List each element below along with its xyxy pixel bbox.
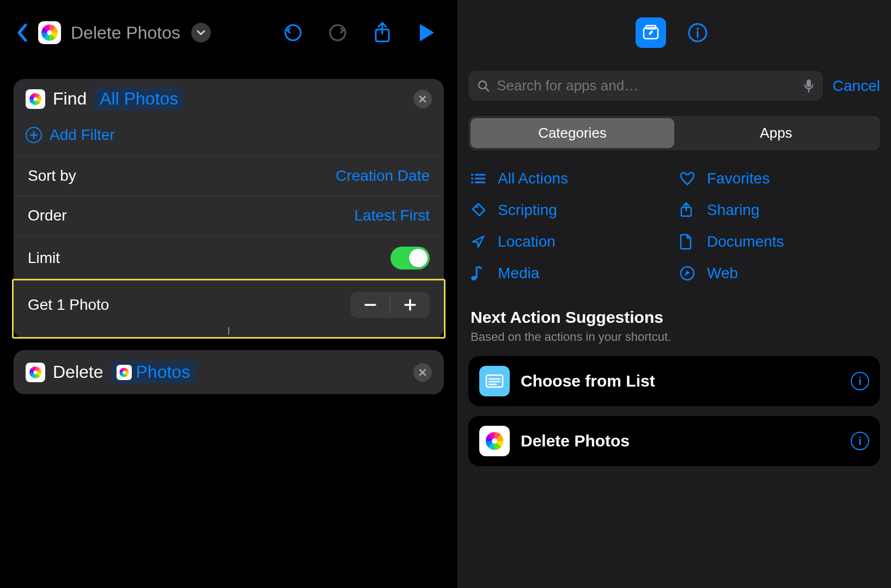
run-button[interactable] (414, 20, 440, 46)
category-all-actions[interactable]: All Actions (471, 170, 669, 187)
delete-target-label: Photos (136, 362, 191, 382)
action-card-find-photos: Find All Photos Add Filter Sort by Creat… (14, 79, 444, 339)
compass-icon (680, 266, 697, 281)
redo-button[interactable] (325, 20, 351, 46)
cancel-button[interactable]: Cancel (833, 77, 880, 95)
sort-by-label: Sort by (28, 167, 76, 185)
info-icon[interactable]: i (851, 372, 869, 390)
svg-point-22 (471, 174, 473, 176)
delete-label: Delete (53, 362, 103, 382)
photos-app-icon (38, 21, 61, 44)
category-favorites[interactable]: Favorites (680, 170, 878, 187)
svg-point-24 (471, 177, 473, 180)
back-button[interactable] (11, 22, 33, 44)
order-row[interactable]: Order Latest First (14, 195, 444, 235)
category-sharing[interactable]: Sharing (680, 201, 878, 219)
insertion-cursor-icon (14, 327, 444, 337)
segment-apps[interactable]: Apps (674, 118, 878, 148)
find-label: Find (53, 89, 87, 109)
tab-info[interactable] (682, 17, 713, 48)
category-scripting[interactable]: Scripting (471, 201, 669, 219)
library-pane: Cancel Categories Apps All Actions Favor… (457, 0, 891, 588)
suggestions-subtitle: Based on the actions in your shortcut. (471, 330, 878, 344)
share-icon (680, 202, 697, 218)
undo-button[interactable] (280, 20, 306, 46)
svg-rect-20 (807, 79, 811, 87)
suggestion-label: Delete Photos (521, 432, 840, 450)
editor-pane: Delete Photos Find All Photos (0, 0, 457, 588)
photos-icon (26, 89, 45, 109)
action-card-delete-photos: Delete Photos (14, 350, 444, 394)
category-grid: All Actions Favorites Scripting Sharing … (457, 155, 891, 297)
stepper-plus-button[interactable] (390, 292, 430, 318)
add-filter-label: Add Filter (50, 126, 115, 144)
doc-icon (680, 234, 697, 250)
segment-categories[interactable]: Categories (471, 118, 674, 148)
svg-point-1 (330, 25, 345, 40)
add-filter-button[interactable]: Add Filter (14, 119, 444, 156)
tab-actions[interactable] (636, 17, 666, 48)
segment-control: Categories Apps (468, 116, 880, 150)
svg-point-16 (697, 28, 699, 30)
suggestion-delete-photos[interactable]: Delete Photos i (468, 416, 880, 466)
right-tabs (457, 0, 891, 65)
stepper-minus-button[interactable] (351, 292, 390, 318)
get-count-row: Get 1 Photo (14, 280, 444, 329)
count-stepper (351, 292, 430, 318)
photos-icon (479, 426, 510, 456)
order-value[interactable]: Latest First (355, 207, 430, 224)
sort-by-value[interactable]: Creation Date (335, 167, 430, 185)
header: Delete Photos (0, 0, 457, 65)
sort-by-row[interactable]: Sort by Creation Date (14, 156, 444, 195)
location-icon (471, 234, 488, 249)
info-icon[interactable]: i (851, 432, 869, 450)
limit-row: Limit (14, 235, 444, 280)
suggestions-title: Next Action Suggestions (471, 308, 878, 327)
tag-icon (471, 203, 488, 218)
plus-circle-icon (26, 127, 42, 143)
category-media[interactable]: Media (471, 265, 669, 282)
search-box[interactable] (468, 71, 823, 101)
close-icon[interactable] (413, 90, 432, 108)
close-icon[interactable] (413, 363, 432, 382)
highlighted-row: Get 1 Photo (12, 279, 446, 339)
photos-icon (26, 363, 45, 382)
suggestions-header: Next Action Suggestions Based on the act… (457, 297, 891, 346)
shortcut-title[interactable]: Delete Photos (71, 23, 180, 43)
title-chevron-icon[interactable] (191, 23, 211, 42)
list-card-icon (479, 366, 510, 396)
get-count-label: Get 1 Photo (28, 296, 109, 314)
svg-point-28 (476, 206, 478, 208)
actions-list: Find All Photos Add Filter Sort by Creat… (0, 65, 457, 421)
svg-point-0 (285, 25, 301, 40)
music-icon (471, 265, 488, 281)
suggestion-label: Choose from List (521, 372, 840, 390)
category-web[interactable]: Web (680, 265, 878, 282)
search-icon (477, 79, 490, 93)
find-target-param[interactable]: All Photos (94, 88, 184, 110)
category-documents[interactable]: Documents (680, 233, 878, 250)
search-input[interactable] (497, 77, 797, 94)
heart-icon (680, 171, 697, 186)
order-label: Order (28, 207, 67, 224)
svg-point-26 (471, 181, 473, 183)
limit-label: Limit (28, 249, 60, 267)
category-location[interactable]: Location (471, 233, 669, 250)
limit-toggle[interactable] (390, 247, 430, 270)
share-button[interactable] (369, 20, 395, 46)
svg-line-19 (485, 88, 489, 91)
suggestion-choose-from-list[interactable]: Choose from List i (468, 356, 880, 406)
search-row: Cancel (457, 65, 891, 112)
mic-icon[interactable] (803, 78, 814, 94)
list-icon (471, 173, 488, 185)
photos-icon (117, 365, 132, 380)
delete-target-param[interactable]: Photos (111, 361, 196, 383)
